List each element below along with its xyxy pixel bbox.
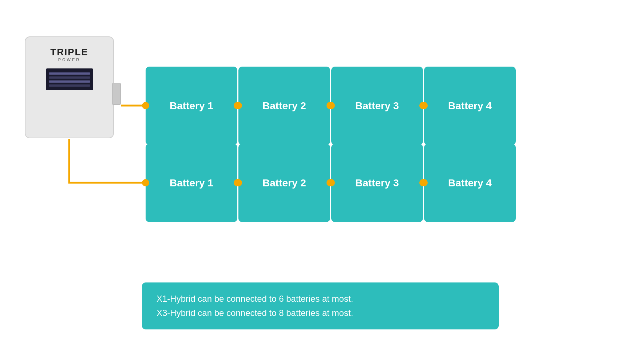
screen-line-1 <box>49 72 90 75</box>
info-line-2: X3-Hybrid can be connected to 8 batterie… <box>157 306 484 320</box>
inverter-logo: TRIPLE POWER <box>50 47 88 62</box>
battery-row1-1: Battery 1 <box>146 67 237 145</box>
battery-row1-3: Battery 3 <box>331 67 423 145</box>
inverter-connector-panel <box>112 83 121 105</box>
info-line-1: X1-Hybrid can be connected to 6 batterie… <box>157 292 484 306</box>
logo-power: POWER <box>58 58 81 62</box>
battery-row1-4: Battery 4 <box>424 67 516 145</box>
battery-row2-4: Battery 4 <box>424 144 516 222</box>
battery-row1-2: Battery 2 <box>238 67 330 145</box>
inverter-screen <box>46 68 93 90</box>
battery-row2-3: Battery 3 <box>331 144 423 222</box>
info-box: X1-Hybrid can be connected to 6 batterie… <box>142 282 499 329</box>
screen-line-3 <box>49 80 90 83</box>
battery-row2-2: Battery 2 <box>238 144 330 222</box>
battery-row2-1: Battery 1 <box>146 144 237 222</box>
screen-line-4 <box>49 84 90 87</box>
inverter-unit: TRIPLE POWER <box>25 36 114 138</box>
logo-triple: TRIPLE <box>50 47 88 57</box>
screen-line-2 <box>49 76 90 79</box>
diagram-container: TRIPLE POWER Battery 1 Battery 2 Battery… <box>0 0 637 364</box>
